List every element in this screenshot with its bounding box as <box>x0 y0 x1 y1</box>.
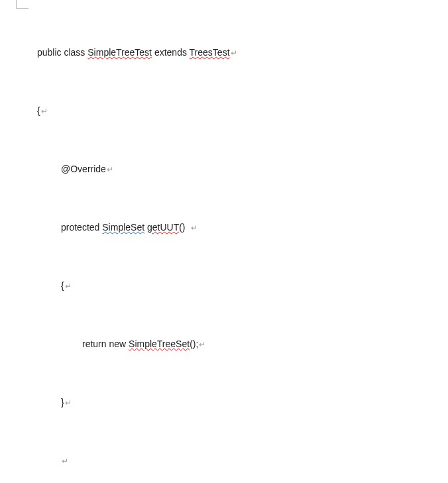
code-line: public class SimpleTreeTest extends Tree… <box>37 45 337 60</box>
pilcrow-icon: ↵ <box>40 107 48 116</box>
code-line: protected SimpleSet getUUT() ↵ <box>37 220 337 235</box>
code-text: (); <box>190 339 198 349</box>
code-text: public class <box>37 47 87 58</box>
code-line: {↵ <box>37 103 337 118</box>
pilcrow-icon: ↵ <box>64 282 72 291</box>
column-marker <box>16 0 28 9</box>
spell-squiggle: SimpleTreeSet <box>129 339 190 349</box>
code-text: return new <box>82 339 129 349</box>
code-text: @Override <box>61 164 106 174</box>
code-text: extends <box>152 47 190 58</box>
spell-squiggle: TreesTest <box>190 47 230 58</box>
grammar-squiggle: SimpleSet <box>102 222 144 233</box>
code-line: {↵ <box>37 278 337 293</box>
code-text: { <box>37 105 40 116</box>
code-text: { <box>61 280 64 291</box>
pilcrow-icon: ↵ <box>230 48 237 58</box>
code-text: } <box>61 397 64 407</box>
code-line: @Override↵ <box>37 162 337 176</box>
pilcrow-icon: ↵ <box>190 223 197 233</box>
code-line: return new SimpleTreeSet();↵ <box>37 337 337 351</box>
spell-squiggle: getUUT <box>147 222 179 233</box>
pilcrow-icon: ↵ <box>61 456 68 466</box>
spell-squiggle: SimpleTreeTest <box>87 47 152 58</box>
pilcrow-icon: ↵ <box>198 340 205 349</box>
code-line: ↵ <box>37 453 337 468</box>
pilcrow-icon: ↵ <box>64 398 72 407</box>
code-text: () <box>179 222 190 233</box>
pilcrow-icon: ↵ <box>106 165 113 174</box>
code-line: }↵ <box>37 395 337 409</box>
code-block: public class SimpleTreeTest extends Tree… <box>37 1 337 483</box>
code-text: protected <box>61 222 102 233</box>
